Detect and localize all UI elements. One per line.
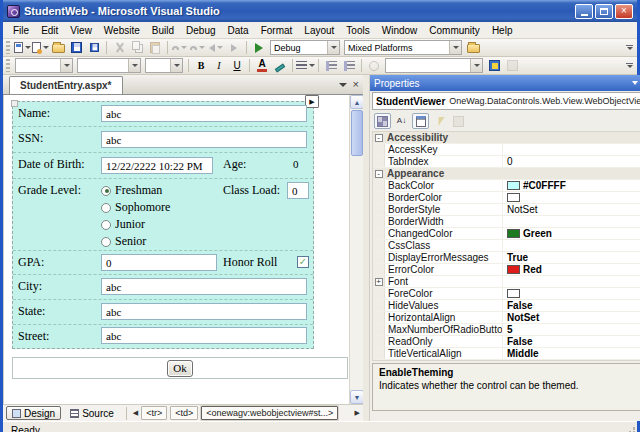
categorized-button[interactable] (374, 113, 391, 129)
property-row-readonly[interactable]: ReadOnly False (373, 336, 640, 348)
property-row-bordercolor[interactable]: BorderColor (373, 192, 640, 204)
paste-button[interactable] (146, 39, 164, 56)
combo-arrow[interactable] (128, 59, 140, 72)
menu-view[interactable]: View (64, 24, 98, 37)
alphabetical-button[interactable]: A↓ (393, 113, 410, 129)
object-selector-combobox[interactable]: StudentViewer OneWag.DataControls.Web.Vi… (372, 92, 640, 110)
property-value[interactable] (503, 288, 640, 299)
italic-button[interactable]: I (210, 57, 228, 74)
tag-tr[interactable]: <tr> (141, 406, 167, 420)
combo-arrow[interactable] (170, 59, 182, 72)
property-row-hidevalues[interactable]: HideValues False (373, 300, 640, 312)
redo-button[interactable] (189, 39, 207, 56)
property-value[interactable]: 5 (503, 324, 640, 335)
property-value[interactable]: NotSet (503, 312, 640, 323)
property-value[interactable] (503, 240, 640, 251)
css-class-select[interactable] (385, 58, 483, 73)
toolbar-grip[interactable] (6, 59, 10, 72)
bold-button[interactable]: B (192, 57, 210, 74)
tag-scroll-right-icon[interactable]: ▶ (355, 409, 360, 417)
property-value[interactable]: False (503, 300, 640, 311)
toolbar-overflow-button[interactable] (626, 63, 635, 69)
property-value[interactable]: True (503, 252, 640, 263)
property-row-font[interactable]: + Font (373, 276, 640, 288)
find-in-files-button[interactable] (464, 39, 482, 56)
background-color-button[interactable] (271, 57, 289, 74)
combo-arrow[interactable] (60, 59, 72, 72)
hyperlink-button[interactable] (365, 57, 383, 74)
property-row-displayerrormessages[interactable]: DisplayErrorMessages True (373, 252, 640, 264)
menu-build[interactable]: Build (146, 24, 180, 37)
name-input[interactable]: abc (101, 105, 307, 122)
combo-arrow[interactable] (470, 59, 482, 72)
radio-option[interactable]: Sophomore (101, 199, 170, 216)
radio-option[interactable]: Junior (101, 216, 170, 233)
state-input[interactable]: abc (101, 303, 307, 320)
ok-button[interactable]: Ok (167, 360, 193, 377)
property-value[interactable]: Red (503, 264, 640, 275)
property-value[interactable]: NotSet (503, 204, 640, 215)
close-document-icon[interactable]: × (353, 79, 359, 90)
cut-button[interactable] (110, 39, 128, 56)
property-value[interactable]: False (503, 336, 640, 347)
scrollbar-thumb[interactable] (351, 110, 363, 156)
check-page-style-button[interactable] (485, 57, 503, 74)
resize-grip[interactable] (625, 427, 636, 432)
document-list-dropdown-icon[interactable] (339, 83, 347, 87)
property-value[interactable]: Green (503, 228, 640, 239)
property-row-borderstyle[interactable]: BorderStyle NotSet (373, 204, 640, 216)
source-view-tab[interactable]: Source (64, 406, 120, 420)
minimize-button[interactable] (575, 4, 593, 19)
category-row-appearance[interactable]: - Appearance (373, 168, 640, 180)
property-value[interactable] (503, 216, 640, 227)
property-row-backcolor[interactable]: BackColor #C0FFFF (373, 180, 640, 192)
underline-button[interactable]: U (228, 57, 246, 74)
copy-button[interactable] (128, 39, 146, 56)
radio-option[interactable]: Freshman (101, 182, 170, 199)
ssn-input[interactable]: abc (101, 131, 307, 148)
property-row-borderwidth[interactable]: BorderWidth (373, 216, 640, 228)
menu-debug[interactable]: Debug (180, 24, 221, 37)
property-row-forecolor[interactable]: ForeColor (373, 288, 640, 300)
font-name-select[interactable] (77, 58, 141, 73)
menu-tools[interactable]: Tools (340, 24, 375, 37)
tag-webobjectview[interactable]: <onewagv:webobjectview#st...> (201, 406, 338, 420)
property-value[interactable] (503, 276, 640, 287)
menu-file[interactable]: File (7, 24, 35, 37)
block-format-select[interactable] (15, 58, 73, 73)
window-position-icon[interactable] (632, 81, 638, 85)
property-value[interactable] (503, 144, 640, 155)
property-row-errorcolor[interactable]: ErrorColor Red (373, 264, 640, 276)
navigate-back-button[interactable] (207, 39, 225, 56)
gpa-input[interactable]: 0 (101, 254, 217, 271)
expand-icon[interactable]: + (375, 278, 383, 286)
tab-studententry[interactable]: StudentEntry.aspx* (9, 76, 123, 94)
webobjectview-control[interactable]: ▶ Name: abc SSN: abc Date of Birth: 12/ (12, 101, 314, 349)
property-row-horizontalalign[interactable]: HorizontalAlign NotSet (373, 312, 640, 324)
foreground-color-button[interactable]: A (253, 57, 271, 74)
scroll-down-button[interactable]: ▼ (350, 390, 363, 404)
menu-help[interactable]: Help (486, 24, 519, 37)
combo-arrow[interactable] (449, 41, 461, 54)
menu-website[interactable]: Website (98, 24, 146, 37)
menu-window[interactable]: Window (376, 24, 424, 37)
unordered-list-button[interactable] (340, 57, 358, 74)
property-row-titleverticalalign[interactable]: TitleVerticalAlign Middle (373, 348, 640, 360)
menu-layout[interactable]: Layout (298, 24, 340, 37)
property-row-tabindex[interactable]: TabIndex 0 (373, 156, 640, 168)
dob-input[interactable]: 12/22/2222 10:22 PM (101, 157, 213, 174)
design-surface[interactable]: ▶ Name: abc SSN: abc Date of Birth: 12/ (3, 95, 363, 404)
alignment-button[interactable] (296, 57, 315, 74)
property-value[interactable]: #C0FFFF (503, 180, 640, 191)
close-button[interactable]: × (615, 4, 633, 19)
property-value[interactable] (503, 192, 640, 203)
menu-community[interactable]: Community (423, 24, 486, 37)
category-row-accessibility[interactable]: - Accessibility (373, 132, 640, 144)
property-row-cssclass[interactable]: CssClass (373, 240, 640, 252)
property-pages-button[interactable] (450, 113, 467, 129)
navigate-forward-button[interactable] (225, 39, 243, 56)
add-item-button[interactable] (31, 39, 49, 56)
scroll-up-button[interactable]: ▲ (350, 95, 363, 109)
combo-arrow[interactable] (327, 41, 339, 54)
radio-option[interactable]: Senior (101, 233, 170, 250)
